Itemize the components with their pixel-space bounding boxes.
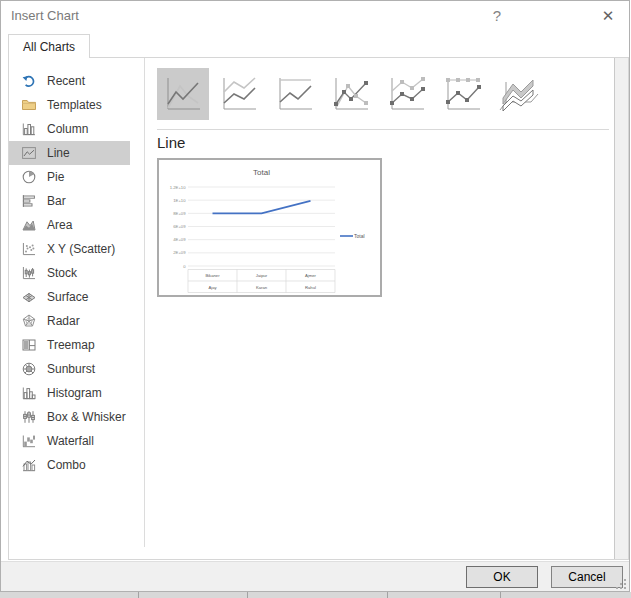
sidebar-item-histogram[interactable]: Histogram xyxy=(9,381,130,405)
box-whisker-icon xyxy=(21,409,37,425)
sidebar-item-label: Sunburst xyxy=(47,362,95,376)
area-icon xyxy=(21,217,37,233)
sidebar-item-label: Waterfall xyxy=(47,434,94,448)
radar-icon xyxy=(21,313,37,329)
surface-icon xyxy=(21,289,37,305)
svg-text:2E+09: 2E+09 xyxy=(173,250,186,255)
thumb-stacked-line-icon xyxy=(217,72,261,116)
sidebar-item-label: Combo xyxy=(47,458,86,472)
sidebar-item-label: Histogram xyxy=(47,386,102,400)
all-charts-panel: Recent Templates Column Line Pie Bar Are… xyxy=(8,57,629,560)
chart-type-sidebar: Recent Templates Column Line Pie Bar Are… xyxy=(9,58,145,547)
subtype-gallery xyxy=(157,68,545,120)
gallery-scrollbar[interactable] xyxy=(614,58,628,559)
subtype-line[interactable] xyxy=(157,68,209,120)
thumb-100-stacked-line-markers-icon xyxy=(441,72,485,116)
svg-text:Karan: Karan xyxy=(256,285,268,290)
sidebar-item-radar[interactable]: Radar xyxy=(9,309,130,333)
sidebar-item-templates[interactable]: Templates xyxy=(9,93,130,117)
svg-text:Rahul: Rahul xyxy=(305,285,316,290)
sidebar-item-label: Pie xyxy=(47,170,64,184)
svg-text:1.2E+10: 1.2E+10 xyxy=(170,185,186,190)
sidebar-item-label: Surface xyxy=(47,290,88,304)
sidebar-item-sunburst[interactable]: Sunburst xyxy=(9,357,130,381)
tab-all-charts-label: All Charts xyxy=(23,40,75,54)
sidebar-item-label: X Y (Scatter) xyxy=(47,242,115,256)
bar-icon xyxy=(21,193,37,209)
sidebar-item-waterfall[interactable]: Waterfall xyxy=(9,429,130,453)
sidebar-item-label: Line xyxy=(47,146,70,160)
subtype-3d-line[interactable] xyxy=(493,68,545,120)
thumb-line-icon xyxy=(161,72,205,116)
treemap-icon xyxy=(21,337,37,353)
line-section: Line Total1.2E+101E+108E+096E+094E+092E+… xyxy=(146,58,615,559)
sidebar-item-label: Recent xyxy=(47,74,85,88)
sidebar-item-label: Stock xyxy=(47,266,77,280)
preview-chart-svg: Total1.2E+101E+108E+096E+094E+092E+090Bi… xyxy=(161,162,378,293)
line-icon xyxy=(21,145,37,161)
svg-text:1E+10: 1E+10 xyxy=(173,198,186,203)
sidebar-item-combo[interactable]: Combo xyxy=(9,453,130,477)
svg-text:Total: Total xyxy=(354,233,365,239)
svg-text:Ajay: Ajay xyxy=(208,285,217,290)
sidebar-item-boxwhisker[interactable]: Box & Whisker xyxy=(9,405,130,429)
waterfall-icon xyxy=(21,433,37,449)
sidebar-item-label: Area xyxy=(47,218,72,232)
sidebar-item-area[interactable]: Area xyxy=(9,213,130,237)
column-icon xyxy=(21,121,37,137)
thumb-3d-line-icon xyxy=(497,72,541,116)
scatter-icon xyxy=(21,241,37,257)
combo-icon xyxy=(21,457,37,473)
svg-text:Bikaner: Bikaner xyxy=(205,273,220,278)
sidebar-item-label: Column xyxy=(47,122,88,136)
dialog-title: Insert Chart xyxy=(11,8,79,23)
histogram-icon xyxy=(21,385,37,401)
subtype-100-stacked-line[interactable] xyxy=(269,68,321,120)
sunburst-icon xyxy=(21,361,37,377)
stock-icon xyxy=(21,265,37,281)
pie-icon xyxy=(21,169,37,185)
help-icon[interactable]: ? xyxy=(485,5,509,27)
sidebar-item-label: Box & Whisker xyxy=(47,410,126,424)
templates-icon xyxy=(21,97,37,113)
sidebar-item-column[interactable]: Column xyxy=(9,117,130,141)
sidebar-item-scatter[interactable]: X Y (Scatter) xyxy=(9,237,130,261)
svg-text:8E+09: 8E+09 xyxy=(173,211,186,216)
tab-all-charts[interactable]: All Charts xyxy=(8,34,90,58)
chart-preview[interactable]: Total1.2E+101E+108E+096E+094E+092E+090Bi… xyxy=(157,158,382,297)
thumb-line-markers-icon xyxy=(329,72,373,116)
sidebar-item-label: Treemap xyxy=(47,338,95,352)
sidebar-item-line[interactable]: Line xyxy=(9,141,130,165)
subtype-line-markers[interactable] xyxy=(325,68,377,120)
subtype-stacked-line-markers[interactable] xyxy=(381,68,433,120)
svg-text:Ajmer: Ajmer xyxy=(305,273,317,278)
sidebar-item-label: Templates xyxy=(47,98,102,112)
sidebar-item-recent[interactable]: Recent xyxy=(9,69,130,93)
ok-button[interactable]: OK xyxy=(466,566,538,588)
worksheet-background xyxy=(0,592,631,598)
sidebar-item-treemap[interactable]: Treemap xyxy=(9,333,130,357)
recent-icon xyxy=(21,73,37,89)
subtype-100-stacked-line-markers[interactable] xyxy=(437,68,489,120)
cancel-button[interactable]: Cancel xyxy=(551,566,623,588)
gallery-separator xyxy=(157,129,609,130)
subtype-stacked-line[interactable] xyxy=(213,68,265,120)
section-heading: Line xyxy=(157,134,185,151)
close-icon[interactable]: ✕ xyxy=(595,4,621,28)
resize-grip[interactable] xyxy=(616,579,628,591)
thumb-stacked-line-markers-icon xyxy=(385,72,429,116)
sidebar-item-surface[interactable]: Surface xyxy=(9,285,130,309)
svg-text:Total: Total xyxy=(253,168,270,177)
sidebar-item-label: Radar xyxy=(47,314,80,328)
svg-text:0: 0 xyxy=(183,264,186,269)
sidebar-item-bar[interactable]: Bar xyxy=(9,189,130,213)
svg-text:4E+09: 4E+09 xyxy=(173,237,186,242)
sidebar-item-pie[interactable]: Pie xyxy=(9,165,130,189)
svg-text:Jaipur: Jaipur xyxy=(256,273,268,278)
sidebar-item-stock[interactable]: Stock xyxy=(9,261,130,285)
sidebar-item-label: Bar xyxy=(47,194,66,208)
svg-text:6E+09: 6E+09 xyxy=(173,224,186,229)
thumb-100-stacked-line-icon xyxy=(273,72,317,116)
